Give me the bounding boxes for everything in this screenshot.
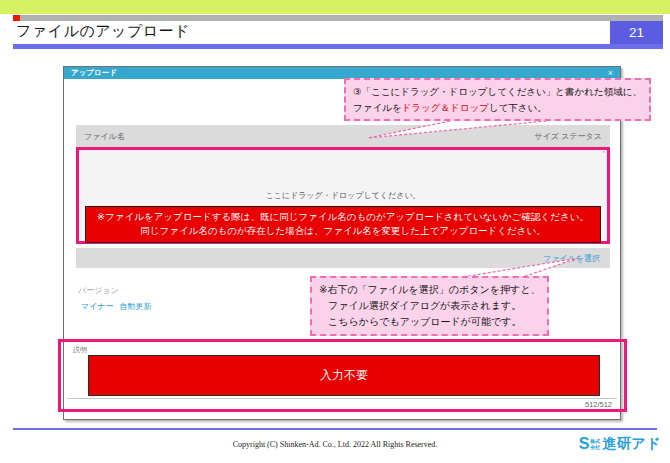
description-label: 説明 (73, 345, 87, 355)
callout-drag-drop-line1: ③「ここにドラッグ・ドロップしてください」と書かれた領域に、 (353, 84, 642, 100)
page-title: ファイルのアップロード (16, 22, 190, 41)
shinken-ad-logo: S 株式会社 進研アド (579, 435, 661, 453)
dialog-title: アップロード (71, 68, 117, 78)
red-accent-square (13, 15, 20, 21)
description-input-annotation[interactable]: 入力不要 (88, 355, 600, 396)
callout-select-line2: ファイル選択ダイアログが表示されます。 (319, 298, 540, 314)
dropzone-instruction: ここにドラッグ・ドロップしてください。 (79, 190, 607, 201)
scrollbar-up-icon[interactable]: ^ (602, 150, 605, 156)
callout-drag-drop: ③「ここにドラッグ・ドロップしてください」と書かれた領域に、 ファイルをドラッグ… (344, 78, 651, 121)
description-highlight-box: 説明 入力不要 512/512 (58, 339, 627, 412)
footer-divider (13, 428, 657, 430)
version-label: バージョン (78, 285, 119, 296)
page-number-badge: 21 (610, 21, 663, 44)
callout-drag-drop-line2: ファイルをドラッグ＆ドロップして下さい。 (353, 100, 642, 116)
title-underline (13, 44, 663, 49)
char-counter: 512/512 (585, 400, 612, 409)
warning-line-2: 同じファイル名のものが存在した場合は、ファイル名を変更した上でアップロードくださ… (88, 224, 598, 238)
callout-select-button: ※右下の「ファイルを選択」のボタンを押すと、 ファイル選択ダイアログが表示されま… (310, 276, 549, 336)
callout-select-button-tail (445, 255, 585, 278)
callout-select-line1: ※右下の「ファイルを選択」のボタンを押すと、 (319, 282, 540, 298)
shinken-ad-logo-icon: S (579, 435, 590, 453)
duplicate-file-warning: ※ファイルをアップロードする際は、既に同じファイル名のものがアップロードされてい… (85, 206, 601, 243)
version-option-minor[interactable]: マイナー (81, 301, 114, 312)
logo-brand-text: 進研アド (602, 435, 661, 453)
file-dropzone[interactable]: ^ ここにドラッグ・ドロップしてください。 ※ファイルをアップロードする際は、既… (76, 147, 610, 244)
description-underline (67, 398, 617, 399)
version-options: マイナー 自動更新 (81, 301, 152, 312)
gray-accent-bar (20, 15, 663, 21)
version-option-auto-update[interactable]: 自動更新 (120, 301, 152, 312)
callout-select-line3: こちらからでもアップロードが可能です。 (319, 314, 540, 330)
copyright-text: Copyright (C) Shinken-Ad. Co., Ltd. 2022… (0, 440, 670, 449)
callout-drag-drop-tail (358, 120, 558, 142)
top-accent-band (0, 0, 670, 14)
drag-drop-emphasis: ドラッグ＆ドロップ (402, 102, 489, 113)
logo-company-text: 株式会社 (590, 438, 601, 450)
warning-line-1: ※ファイルをアップロードする際は、既に同じファイル名のものがアップロードされてい… (88, 210, 598, 224)
file-name-column-label: ファイル名 (84, 131, 125, 142)
close-icon[interactable]: × (608, 69, 613, 78)
